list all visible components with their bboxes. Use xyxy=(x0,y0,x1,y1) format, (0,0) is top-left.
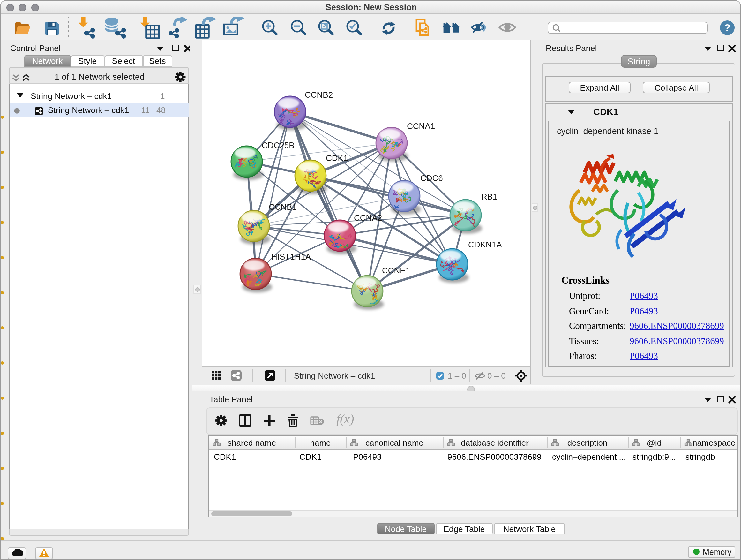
svg-text:CCNB1: CCNB1 xyxy=(268,202,296,212)
svg-text:CCNE1: CCNE1 xyxy=(382,266,410,275)
svg-text:?: ? xyxy=(724,22,731,34)
svg-text:HIST1H1A: HIST1H1A xyxy=(271,252,311,261)
svg-text:CCNB2: CCNB2 xyxy=(305,90,333,100)
svg-text:CDKN1A: CDKN1A xyxy=(468,240,502,249)
svg-text:RB1: RB1 xyxy=(481,192,497,201)
svg-text:CDK1: CDK1 xyxy=(326,153,347,163)
svg-text:CDC25B: CDC25B xyxy=(261,140,294,150)
svg-text:CDC6: CDC6 xyxy=(420,173,443,183)
svg-text:CCNA2: CCNA2 xyxy=(354,213,382,223)
svg-text:CCNA1: CCNA1 xyxy=(407,121,434,131)
